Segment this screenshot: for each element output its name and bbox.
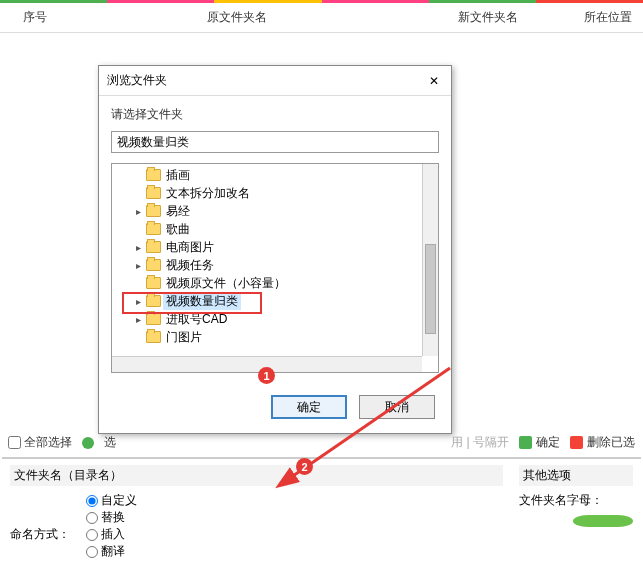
naming-option[interactable]: 替换 [86,509,137,526]
tree-item[interactable]: 歌曲 [112,220,422,238]
tree-item-label: 视频任务 [163,257,217,274]
separator-hint: 用 | 号隔开 [451,434,509,451]
expand-icon[interactable]: ▸ [132,260,144,271]
col-location: 所在位置 [573,3,643,32]
col-oldname: 原文件夹名 [70,3,403,32]
naming-label: 命名方式： [10,526,78,543]
tree-item[interactable]: 视频原文件（小容量） [112,274,422,292]
right-field-label: 文件夹名字母： [519,492,603,509]
annotation-marker-2: 2 [296,458,313,475]
confirm-button[interactable]: 确定 [519,434,560,451]
folder-icon [146,205,161,217]
check-icon [519,436,532,449]
column-headers: 序号 原文件夹名 新文件夹名 所在位置 [0,3,643,33]
tree-item[interactable]: 插画 [112,166,422,184]
tree-vscrollbar[interactable] [422,164,438,356]
tree-item-label: 电商图片 [163,239,217,256]
tree-item-label: 门图片 [163,329,205,346]
select-all-checkbox[interactable]: 全部选择 [8,434,72,451]
folder-icon [146,259,161,271]
panel-other-title: 其他选项 [519,465,633,486]
folder-icon [146,241,161,253]
remove-selected-button[interactable]: 删除已选 [570,434,635,451]
tree-item[interactable]: ▸电商图片 [112,238,422,256]
folder-icon [146,331,161,343]
col-newname: 新文件夹名 [403,3,573,32]
status-dot-icon [82,437,94,449]
close-icon[interactable]: ✕ [425,74,443,88]
folder-icon [146,295,161,307]
tree-item[interactable]: 文本拆分加改名 [112,184,422,202]
browse-folder-dialog: 浏览文件夹 ✕ 请选择文件夹 插画文本拆分加改名▸易经歌曲▸电商图片▸视频任务视… [98,65,452,434]
folder-icon [146,277,161,289]
tree-item-label: 视频数量归类 [163,293,241,310]
tree-item-label: 文本拆分加改名 [163,185,253,202]
naming-option[interactable]: 插入 [86,526,137,543]
expand-icon[interactable]: ▸ [132,206,144,217]
folder-icon [146,187,161,199]
folder-icon [146,313,161,325]
tree-item[interactable]: 门图片 [112,328,422,346]
tree-item[interactable]: ▸进取号CAD [112,310,422,328]
expand-icon[interactable]: ▸ [132,314,144,325]
tree-item[interactable]: ▸易经 [112,202,422,220]
cancel-button[interactable]: 取消 [359,395,435,419]
naming-option[interactable]: 翻译 [86,543,137,560]
action-oval-icon[interactable] [573,515,633,527]
tree-item[interactable]: ▸视频任务 [112,256,422,274]
tree-item-label: 歌曲 [163,221,193,238]
folder-icon [146,169,161,181]
col-index: 序号 [0,3,70,32]
scroll-thumb[interactable] [425,244,436,334]
tree-item[interactable]: ▸视频数量归类 [112,292,422,310]
folder-icon [146,223,161,235]
tree-item-label: 进取号CAD [163,311,230,328]
tree-item-label: 插画 [163,167,193,184]
expand-icon[interactable]: ▸ [132,296,144,307]
dialog-subtitle: 请选择文件夹 [99,96,451,131]
dialog-title: 浏览文件夹 [107,72,167,89]
select-hint: 选 [104,434,116,451]
panel-foldername-title: 文件夹名（目录名） [10,465,503,486]
delete-icon [570,436,583,449]
folder-tree[interactable]: 插画文本拆分加改名▸易经歌曲▸电商图片▸视频任务视频原文件（小容量）▸视频数量归… [112,164,422,356]
expand-icon[interactable]: ▸ [132,242,144,253]
tree-item-label: 易经 [163,203,193,220]
ok-button[interactable]: 确定 [271,395,347,419]
annotation-marker-1: 1 [258,367,275,384]
tree-item-label: 视频原文件（小容量） [163,275,289,292]
selected-folder-input[interactable] [111,131,439,153]
naming-option[interactable]: 自定义 [86,492,137,509]
